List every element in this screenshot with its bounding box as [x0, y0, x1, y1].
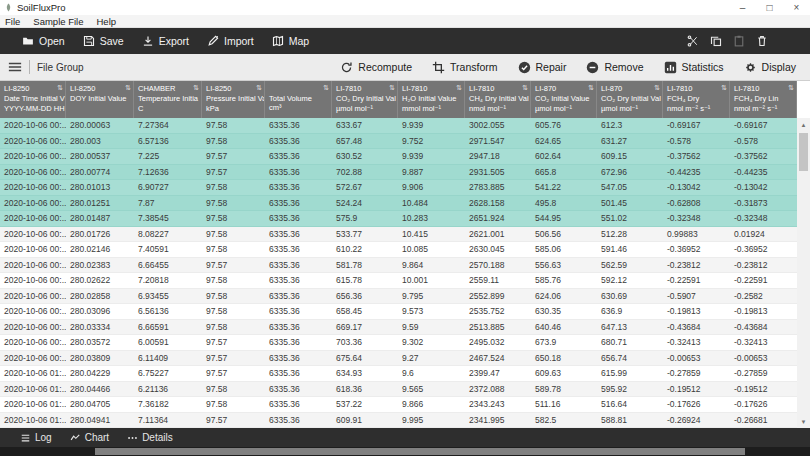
header-name: H₂O Initial Value	[402, 94, 456, 104]
maximize-icon[interactable]: □	[756, 0, 783, 15]
table-row[interactable]: 2020-10-06 00:...280.028586.9345597.5863…	[0, 289, 797, 305]
table-row[interactable]: 2020-10-06 00:...280.012517.8797.586335.…	[0, 196, 797, 212]
tab-details[interactable]: Details	[127, 432, 173, 443]
column-header-temperature-initia[interactable]: CHAMBERTemperature InitiaC⇅	[134, 81, 202, 118]
cell: 97.58	[202, 399, 265, 409]
table-row[interactable]: 2020-10-06 00:...280.026227.2081897.5863…	[0, 273, 797, 289]
header-name: CO₂ Dry Initial Val	[601, 94, 654, 104]
cell: 2971.547	[465, 136, 531, 146]
column-header-co-dry-initial-val[interactable]: LI-7810CO₂ Dry Initial Valµmol mol⁻¹⇅	[332, 81, 398, 118]
menu-item-help[interactable]: Help	[96, 16, 116, 27]
column-header-co-initial-value[interactable]: LI-870CO₂ Initial Valueµmol mol⁻¹⇅	[531, 81, 597, 118]
map-button[interactable]: Map	[272, 35, 309, 47]
sort-icon[interactable]: ⇅	[57, 83, 63, 92]
minimize-icon[interactable]: –	[729, 0, 756, 15]
table-row[interactable]: 2020-10-06 00:...280.038096.1140997.5763…	[0, 351, 797, 367]
table-row[interactable]: 2020-10-06 00:...280.0036.5713697.586335…	[0, 134, 797, 150]
horizontal-scrollbar-thumb[interactable]	[95, 448, 745, 455]
export-button[interactable]: Export	[142, 35, 189, 47]
table-row[interactable]: 2020-10-06 01:...280.047057.3618297.5863…	[0, 397, 797, 413]
cell: 673.9	[531, 337, 597, 347]
sort-icon[interactable]: ⇅	[654, 83, 660, 92]
tab-chart[interactable]: Chart	[70, 432, 109, 443]
column-header-h-o-initial-value[interactable]: LI-7810H₂O Initial Valuemmol mol⁻¹⇅	[398, 81, 465, 118]
cell: 2020-10-06 00:...	[0, 353, 66, 363]
cell: -0.19512	[663, 384, 730, 394]
sort-icon[interactable]: ⇅	[256, 83, 262, 92]
copy-icon[interactable]	[710, 35, 722, 47]
table-row[interactable]: 2020-10-06 00:...280.035726.0059197.5763…	[0, 335, 797, 351]
cell: 6335.36	[265, 384, 332, 394]
table-row[interactable]: 2020-10-06 00:...280.007747.1263697.5763…	[0, 165, 797, 181]
vertical-scrollbar-thumb[interactable]	[799, 133, 808, 171]
cell: -0.32413	[730, 337, 797, 347]
save-button[interactable]: Save	[83, 35, 124, 47]
column-header-co-dry-initial-val[interactable]: LI-870CO₂ Dry Initial Valµmol mol⁻¹⇅	[597, 81, 663, 118]
column-header-total-volume[interactable]: Total Volumecm³⇅	[265, 81, 332, 118]
table-row[interactable]: 2020-10-06 00:...280.010136.9072797.5863…	[0, 180, 797, 196]
table-row[interactable]: 2020-10-06 00:...280.014877.3854597.5863…	[0, 211, 797, 227]
cell: 6335.36	[265, 306, 332, 316]
sort-icon[interactable]: ⇅	[721, 83, 727, 92]
table-row[interactable]: 2020-10-06 00:...280.030966.5613697.5863…	[0, 304, 797, 320]
table-row[interactable]: 2020-10-06 00:...280.023836.6645597.5763…	[0, 258, 797, 274]
column-header-fch-dry-lin[interactable]: LI-7810FCH₄ Dry Linnmol m⁻² s⁻¹⇅	[730, 81, 797, 118]
details-icon	[127, 433, 138, 443]
cell: 533.77	[332, 229, 398, 239]
cell: 280.04941	[66, 415, 134, 425]
table-row[interactable]: 2020-10-06 01:...280.044666.2113697.5863…	[0, 382, 797, 398]
cell: 2020-10-06 00:...	[0, 260, 66, 270]
sort-icon[interactable]: ⇅	[588, 83, 594, 92]
cell: -0.19512	[730, 384, 797, 394]
recompute-button[interactable]: Recompute	[340, 61, 412, 74]
scroll-up-icon[interactable]: ▲	[797, 118, 810, 131]
menu-item-sample-file[interactable]: Sample File	[33, 16, 83, 27]
sort-icon[interactable]: ⇅	[193, 83, 199, 92]
repair-button[interactable]: Repair	[518, 61, 567, 74]
sort-icon[interactable]: ⇅	[522, 83, 528, 92]
header-device: LI-8250	[206, 84, 256, 94]
column-header-fch-dry[interactable]: LI-7810FCH₄ Drynmol m⁻² s⁻¹⇅	[663, 81, 730, 118]
column-header-ch-dry-initial-val[interactable]: LI-7810CH₄ Dry Initial Valnmol mol⁻¹⇅	[465, 81, 531, 118]
sort-icon[interactable]: ⇅	[125, 83, 131, 92]
horizontal-scrollbar[interactable]	[0, 447, 810, 456]
sort-icon[interactable]: ⇅	[389, 83, 395, 92]
sort-icon[interactable]: ⇅	[456, 83, 462, 92]
cell: -0.00653	[730, 353, 797, 363]
table-row[interactable]: 2020-10-06 01:...280.049417.1136497.5763…	[0, 413, 797, 429]
cell: 6335.36	[265, 182, 332, 192]
cell: 9.573	[398, 306, 465, 316]
import-button[interactable]: Import	[207, 35, 254, 47]
cell: 8.08227	[134, 229, 202, 239]
remove-button[interactable]: Remove	[586, 61, 643, 74]
tab-log[interactable]: Log	[20, 432, 52, 443]
scroll-down-icon[interactable]: ▼	[797, 415, 810, 428]
display-button[interactable]: Display	[744, 61, 796, 74]
open-button[interactable]: Open	[22, 35, 65, 47]
delete-icon[interactable]	[756, 35, 768, 47]
column-header-date-time-initial-v[interactable]: LI-8250Date Time Initial VYYYY-MM-DD HH⇅	[0, 81, 66, 118]
column-header-doy-initial-value[interactable]: LI-8250DOY Initial Value⇅	[66, 81, 134, 118]
cell: 650.18	[531, 353, 597, 363]
column-header-pressure-initial-va[interactable]: LI-8250Pressure Initial VakPa⇅	[202, 81, 265, 118]
table-row[interactable]: 2020-10-06 00:...280.005377.22597.576335…	[0, 149, 797, 165]
table-row[interactable]: 2020-10-06 01:...280.042296.7522797.5763…	[0, 366, 797, 382]
transform-button[interactable]: Transform	[432, 61, 497, 74]
table-row[interactable]: 2020-10-06 00:...280.033346.6659197.5863…	[0, 320, 797, 336]
cell: 2783.885	[465, 182, 531, 192]
table-row[interactable]: 2020-10-06 00:...280.017268.0822797.5863…	[0, 227, 797, 243]
hamburger-icon[interactable]	[8, 61, 22, 73]
sort-icon[interactable]: ⇅	[788, 83, 794, 92]
cell: 592.12	[597, 275, 663, 285]
table-row[interactable]: 2020-10-06 00:...280.021467.4059197.5863…	[0, 242, 797, 258]
header-name: FCH₄ Dry	[667, 94, 721, 104]
table-row[interactable]: 2020-10-06 00:...280.000637.2736497.5863…	[0, 118, 797, 134]
menu-item-file[interactable]: File	[5, 16, 20, 27]
cut-icon[interactable]	[687, 35, 699, 47]
statistics-button[interactable]: Statistics	[664, 61, 724, 74]
cell: 97.57	[202, 337, 265, 347]
cell: 612.3	[597, 120, 663, 130]
close-icon[interactable]: ×	[783, 0, 810, 15]
vertical-scrollbar[interactable]: ▲ ▼	[797, 118, 810, 428]
sort-icon[interactable]: ⇅	[323, 83, 329, 92]
